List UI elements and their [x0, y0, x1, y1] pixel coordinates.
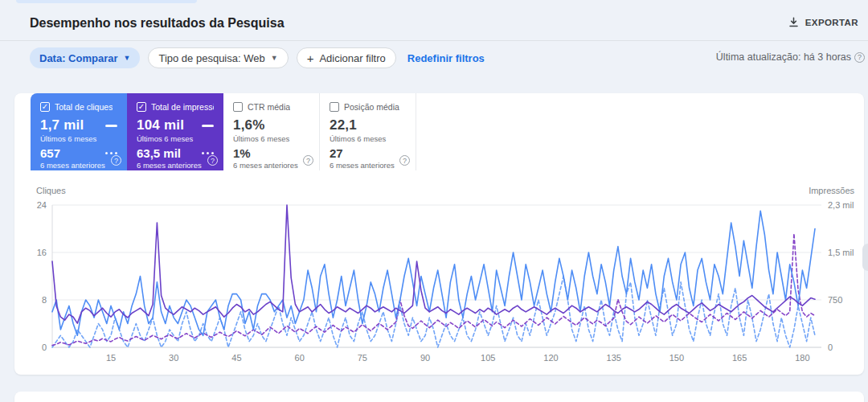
right-axis-tick: 1,5 mil: [828, 248, 854, 257]
checkbox-clicks[interactable]: ✓: [40, 102, 50, 112]
chevron-down-icon: ▼: [124, 55, 131, 62]
tile-total-clicks[interactable]: ✓ Total de cliques 1,7 mil Últimos 6 mes…: [31, 93, 127, 170]
performance-chart[interactable]: 242,3 mil161,5 mil875000CliquesImpressõe…: [14, 183, 864, 368]
x-axis-tick: 165: [732, 353, 747, 363]
date-filter-label: Data: Comparar: [39, 52, 118, 64]
right-axis-title: Impressões: [809, 186, 854, 195]
metric-tiles: ✓ Total de cliques 1,7 mil Últimos 6 mes…: [31, 93, 416, 170]
tile-label: Total de cliques: [55, 102, 113, 112]
header-divider: [0, 40, 868, 41]
x-axis-tick: 45: [231, 353, 241, 363]
last-update-text: Última atualização: há 3 horas: [716, 51, 851, 63]
x-axis-tick: 150: [669, 353, 684, 363]
x-axis-tick: 75: [358, 353, 367, 363]
x-axis-tick: 105: [481, 353, 495, 363]
previous-period-label: 6 meses anteriores: [233, 161, 309, 170]
x-axis-tick: 30: [169, 353, 178, 363]
help-icon[interactable]: ?: [303, 155, 313, 166]
current-period-label: Últimos 6 meses: [330, 134, 406, 143]
left-axis-tick: 8: [42, 295, 47, 305]
help-icon[interactable]: ?: [111, 155, 121, 166]
checkbox-impressions[interactable]: ✓: [137, 102, 146, 112]
left-axis-tick: 0: [42, 343, 47, 352]
current-period-label: Últimos 6 meses: [40, 134, 117, 143]
x-axis-tick: 90: [420, 353, 430, 363]
add-filter-chip[interactable]: + Adicionar filtro: [297, 47, 396, 68]
previous-period-label: 6 meses anteriores: [40, 161, 117, 170]
filter-bar: Data: Comparar ▼ Tipo de pesquisa: Web ▼…: [30, 47, 485, 68]
x-axis-tick: 135: [607, 353, 621, 363]
add-filter-label: Adicionar filtro: [319, 52, 385, 64]
x-axis-tick: 120: [543, 353, 558, 363]
search-type-label: Tipo de pesquisa: Web: [158, 52, 264, 64]
dotted-line-icon: [202, 152, 215, 155]
tile-label: Posição média: [344, 102, 399, 112]
lower-panel: [14, 392, 864, 402]
current-period-label: Últimos 6 meses: [137, 134, 214, 143]
position-previous-value: 27: [330, 146, 343, 160]
checkbox-position[interactable]: ✓: [330, 102, 339, 112]
impressions-current-value: 104 mil: [137, 117, 184, 133]
tile-avg-ctr[interactable]: ✓ CTR média 1,6% Últimos 6 meses 1% 6 me…: [223, 93, 320, 170]
search-type-chip[interactable]: Tipo de pesquisa: Web ▼: [148, 47, 288, 68]
tile-label: Total de impressõ...: [151, 102, 214, 112]
checkbox-ctr[interactable]: ✓: [233, 102, 243, 112]
side-handle[interactable]: [862, 244, 868, 271]
previous-period-label: 6 meses anteriores: [137, 161, 214, 170]
x-axis-tick: 60: [295, 353, 305, 363]
tile-label: CTR média: [248, 102, 290, 112]
solid-line-icon: [105, 125, 117, 127]
plus-icon: +: [307, 52, 314, 64]
ctr-current-value: 1,6%: [233, 117, 265, 133]
dotted-line-icon: [105, 152, 118, 155]
clicks-previous-value: 657: [40, 146, 60, 160]
previous-period-label: 6 meses anteriores: [330, 161, 406, 170]
export-label: EXPORTAR: [805, 18, 858, 27]
left-axis-tick: 16: [37, 248, 47, 257]
right-axis-tick: 0: [828, 343, 833, 352]
help-icon[interactable]: ?: [854, 52, 865, 63]
chart-area: 242,3 mil161,5 mil875000CliquesImpressõe…: [14, 183, 864, 368]
ctr-previous-value: 1%: [233, 146, 251, 160]
x-axis-tick: 15: [106, 353, 116, 363]
page-title: Desempenho nos resultados da Pesquisa: [30, 16, 285, 31]
left-axis-title: Cliques: [36, 186, 66, 195]
top-banner-edge: [16, 0, 197, 3]
current-period-label: Últimos 6 meses: [233, 134, 309, 143]
date-filter-chip[interactable]: Data: Comparar ▼: [30, 47, 140, 68]
reset-filters-link[interactable]: Redefinir filtros: [407, 52, 485, 64]
right-axis-tick: 2,3 mil: [828, 200, 854, 210]
left-axis-tick: 24: [37, 200, 47, 210]
help-icon[interactable]: ?: [207, 155, 218, 166]
download-icon: [788, 17, 799, 27]
series-line: [52, 211, 815, 335]
performance-panel: ✓ Total de cliques 1,7 mil Últimos 6 mes…: [14, 93, 864, 375]
tile-total-impressions[interactable]: ✓ Total de impressõ... 104 mil Últimos 6…: [127, 93, 223, 170]
x-axis-tick: 180: [795, 353, 809, 363]
export-button[interactable]: EXPORTAR: [784, 14, 863, 31]
right-axis-tick: 750: [828, 295, 842, 305]
clicks-current-value: 1,7 mil: [40, 117, 84, 133]
help-icon[interactable]: ?: [399, 155, 410, 166]
chevron-down-icon: ▼: [271, 55, 278, 62]
last-update: Última atualização: há 3 horas ?: [716, 51, 865, 63]
position-current-value: 22,1: [330, 117, 357, 133]
impressions-previous-value: 63,5 mil: [137, 146, 181, 160]
solid-line-icon: [202, 125, 214, 127]
tile-avg-position[interactable]: ✓ Posição média 22,1 Últimos 6 meses 27 …: [320, 93, 416, 170]
